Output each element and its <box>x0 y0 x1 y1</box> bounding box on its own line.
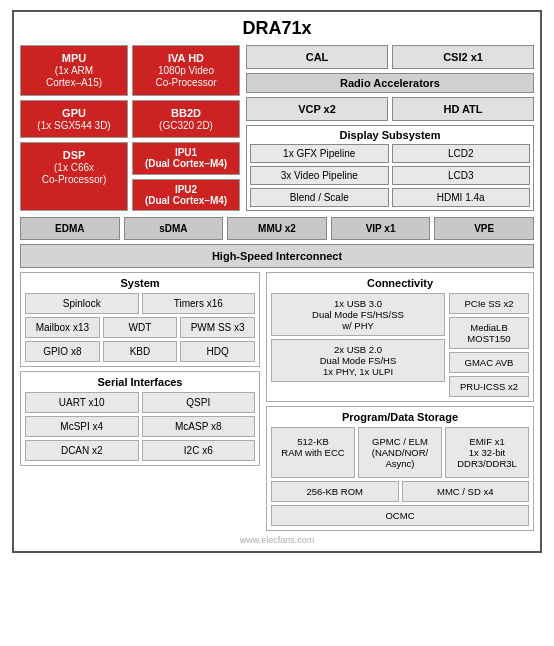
bb2d-box: BB2D (GC320 2D) <box>132 100 240 139</box>
bottom-section: System Spinlock Timers x16 Mailbox x13 W… <box>20 272 534 531</box>
hdmi-box: HDMI 1.4a <box>392 188 531 207</box>
right-io: CAL CSI2 x1 Radio Accelerators VCP x2 HD… <box>246 45 534 211</box>
pcie-column: PCIe SS x2 MediaLB MOST150 GMAC AVB PRU-… <box>449 293 529 397</box>
display-section: Display Subsystem 1x GFX Pipeline LCD2 3… <box>246 125 534 211</box>
gmac-item: GMAC AVB <box>449 352 529 373</box>
qspi-item: QSPI <box>142 392 256 413</box>
dsp-box: DSP (1x C66x Co-Processor) <box>20 142 128 211</box>
spinlock-item: Spinlock <box>25 293 139 314</box>
pcie-item: PCIe SS x2 <box>449 293 529 314</box>
emif-item: EMIF x1 1x 32-bit DDR3/DDR3L <box>445 427 529 478</box>
lcd2-box: LCD2 <box>392 144 531 163</box>
bottom-left: System Spinlock Timers x16 Mailbox x13 W… <box>20 272 260 531</box>
display-grid: 1x GFX Pipeline LCD2 3x Video Pipeline L… <box>250 144 530 207</box>
left-processors: MPU (1x ARM Cortex–A15) IVA HD 1080p Vid… <box>20 45 240 211</box>
gpmc-item: GPMC / ELM (NAND/NOR/ Async) <box>358 427 442 478</box>
ipu1-box: IPU1 (Dual Cortex–M4) <box>132 142 240 174</box>
serial-section: Serial Interfaces UART x10 QSPI McSPI x4… <box>20 371 260 466</box>
mmu-bus: MMU x2 <box>227 217 327 240</box>
mcasp-item: McASP x8 <box>142 416 256 437</box>
system-row1: Spinlock Timers x16 <box>25 293 255 314</box>
usb2-item: 2x USB 2.0 Dual Mode FS/HS 1x PHY, 1x UL… <box>271 339 445 382</box>
i2c-item: I2C x6 <box>142 440 256 461</box>
pru-item: PRU-ICSS x2 <box>449 376 529 397</box>
hd-atl-box: HD ATL <box>392 97 534 121</box>
gfx-pipeline: 1x GFX Pipeline <box>250 144 389 163</box>
diagram-container: DRA71x MPU (1x ARM Cortex–A15) IVA HD 10… <box>12 10 542 553</box>
lcd3-box: LCD3 <box>392 166 531 185</box>
mailbox-item: Mailbox x13 <box>25 317 100 338</box>
storage-row1: 512-KB RAM with ECC GPMC / ELM (NAND/NOR… <box>271 427 529 478</box>
cal-csi-row: CAL CSI2 x1 <box>246 45 534 69</box>
page-title: DRA71x <box>20 18 534 39</box>
edma-bus: EDMA <box>20 217 120 240</box>
mpu-box: MPU (1x ARM Cortex–A15) <box>20 45 128 96</box>
mmc-item: MMC / SD x4 <box>402 481 530 502</box>
gpu-box: GPU (1x SGX544 3D) <box>20 100 128 139</box>
timers-item: Timers x16 <box>142 293 256 314</box>
vpe-bus: VPE <box>434 217 534 240</box>
usb3-item: 1x USB 3.0 Dual Mode FS/HS/SS w/ PHY <box>271 293 445 336</box>
hdq-item: HDQ <box>180 341 255 362</box>
radio-header: Radio Accelerators <box>246 73 534 93</box>
sdma-bus: sDMA <box>124 217 224 240</box>
wdt-item: WDT <box>103 317 178 338</box>
gpio-item: GPIO x8 <box>25 341 100 362</box>
serial-row1: UART x10 QSPI <box>25 392 255 413</box>
top-section: MPU (1x ARM Cortex–A15) IVA HD 1080p Vid… <box>20 45 534 211</box>
csi2-box: CSI2 x1 <box>392 45 534 69</box>
storage-section: Program/Data Storage 512-KB RAM with ECC… <box>266 406 534 531</box>
system-title: System <box>25 277 255 289</box>
ram-item: 512-KB RAM with ECC <box>271 427 355 478</box>
medialb-item: MediaLB MOST150 <box>449 317 529 349</box>
vip-bus: VIP x1 <box>331 217 431 240</box>
ipu2-box: IPU2 (Dual Cortex–M4) <box>132 179 240 211</box>
usb-column: 1x USB 3.0 Dual Mode FS/HS/SS w/ PHY 2x … <box>271 293 445 397</box>
video-pipeline: 3x Video Pipeline <box>250 166 389 185</box>
system-row2: Mailbox x13 WDT PWM SS x3 <box>25 317 255 338</box>
uart-item: UART x10 <box>25 392 139 413</box>
rom-item: 256-KB ROM <box>271 481 399 502</box>
vcp-box: VCP x2 <box>246 97 388 121</box>
hsi-bar: High-Speed Interconnect <box>20 244 534 268</box>
watermark: www.elecfans.com <box>20 535 534 545</box>
system-section: System Spinlock Timers x16 Mailbox x13 W… <box>20 272 260 367</box>
pwm-item: PWM SS x3 <box>180 317 255 338</box>
connectivity-inner: 1x USB 3.0 Dual Mode FS/HS/SS w/ PHY 2x … <box>271 293 529 397</box>
storage-title: Program/Data Storage <box>271 411 529 423</box>
storage-inner: 512-KB RAM with ECC GPMC / ELM (NAND/NOR… <box>271 427 529 526</box>
display-header: Display Subsystem <box>250 129 530 141</box>
mcspi-item: McSPI x4 <box>25 416 139 437</box>
bus-row: EDMA sDMA MMU x2 VIP x1 VPE <box>20 217 534 240</box>
bottom-right: Connectivity 1x USB 3.0 Dual Mode FS/HS/… <box>266 272 534 531</box>
serial-row2: McSPI x4 McASP x8 <box>25 416 255 437</box>
storage-row2: 256-KB ROM MMC / SD x4 <box>271 481 529 502</box>
kbd-item: KBD <box>103 341 178 362</box>
connectivity-title: Connectivity <box>271 277 529 289</box>
connectivity-section: Connectivity 1x USB 3.0 Dual Mode FS/HS/… <box>266 272 534 402</box>
iva-box: IVA HD 1080p Video Co-Processor <box>132 45 240 96</box>
serial-row3: DCAN x2 I2C x6 <box>25 440 255 461</box>
storage-row3: OCMC <box>271 505 529 526</box>
dcan-item: DCAN x2 <box>25 440 139 461</box>
cal-box: CAL <box>246 45 388 69</box>
blend-scale: Blend / Scale <box>250 188 389 207</box>
ipu-column: IPU1 (Dual Cortex–M4) IPU2 (Dual Cortex–… <box>132 142 240 211</box>
radio-row: VCP x2 HD ATL <box>246 97 534 121</box>
ocmc-item: OCMC <box>271 505 529 526</box>
serial-title: Serial Interfaces <box>25 376 255 388</box>
system-row3: GPIO x8 KBD HDQ <box>25 341 255 362</box>
